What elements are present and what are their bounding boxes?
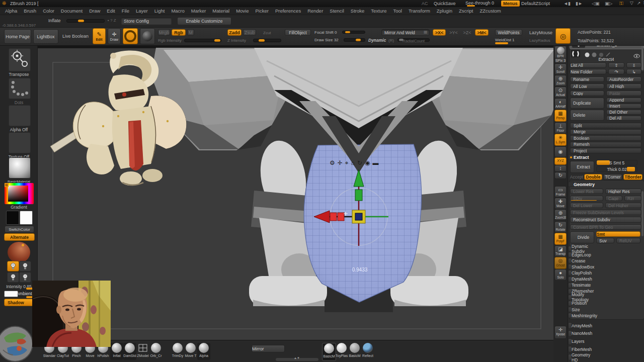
- material-basicm-2[interactable]: BasicM: [348, 343, 361, 360]
- texture-selector[interactable]: [9, 132, 31, 153]
- shelf-y-button[interactable]: ↕: [554, 165, 567, 172]
- geometry-tessimate[interactable]: Tessimate: [568, 283, 572, 288]
- brush-zmodel[interactable]: ZModel: [136, 343, 149, 360]
- divide-button[interactable]: Divide: [570, 231, 594, 243]
- panel-scrollbar-2[interactable]: [641, 191, 643, 236]
- append-button[interactable]: Append: [606, 98, 641, 103]
- collapse-left-tray-icon[interactable]: ◄▮: [564, 1, 571, 6]
- minimize-icon[interactable]: ▽: [630, 1, 633, 6]
- gizmo-x-handle[interactable]: [330, 213, 337, 221]
- rgb-button[interactable]: Rgb: [172, 29, 186, 36]
- weld-dist-slider[interactable]: [495, 42, 508, 44]
- brush-damstd[interactable]: DamStd: [123, 343, 136, 360]
- store-config-button[interactable]: Store Config: [121, 17, 172, 25]
- menu-material[interactable]: Material: [212, 8, 229, 14]
- geometry-edgeloop[interactable]: EdgeLoop: [568, 252, 572, 257]
- shelf-frame-button[interactable]: ▭Frame: [554, 186, 567, 198]
- m-button[interactable]: M: [187, 29, 194, 36]
- shelf-z-button[interactable]: ↻: [554, 172, 567, 179]
- alternate-button[interactable]: Alternate: [4, 233, 35, 241]
- material-selector[interactable]: [9, 157, 31, 178]
- menu-light[interactable]: Light: [154, 8, 165, 14]
- all-low-button[interactable]: All Low: [570, 83, 604, 89]
- mirror-button[interactable]: Mirror: [252, 345, 285, 352]
- export-icon[interactable]: ↗: [637, 1, 641, 6]
- brush-alpha[interactable]: Alpha: [197, 343, 210, 360]
- color-picker[interactable]: D: [4, 183, 34, 205]
- canvas-h-scrollbar[interactable]: ▲▼: [276, 358, 318, 361]
- section-remesh[interactable]: Remesh: [570, 142, 641, 147]
- convert-bpr-button[interactable]: Convert BPR To Geo: [570, 224, 641, 230]
- expand-right-tray-icon[interactable]: ▮►: [576, 1, 583, 6]
- fill-object-button[interactable]: FillObject: [285, 29, 311, 36]
- menu-stencil[interactable]: Stencil: [330, 8, 344, 14]
- geometry-meshintegrity[interactable]: MeshIntegrity: [568, 313, 572, 318]
- stroke-dots[interactable]: [9, 78, 31, 99]
- tcorner-button[interactable]: TCorner: [603, 174, 622, 180]
- brush-trimdy[interactable]: TrimDy: [171, 343, 184, 360]
- mirror-z-button[interactable]: >Z<: [461, 29, 473, 36]
- panel-nanomesh[interactable]: NanoMesh: [568, 330, 572, 337]
- scrollbar-arrows-icon[interactable]: ▲▼: [294, 356, 300, 359]
- shelf-xpose-button[interactable]: ✛Xpose: [554, 326, 567, 339]
- zadd-button[interactable]: Zadd: [227, 29, 242, 36]
- brush-move-t[interactable]: Move T: [184, 343, 197, 360]
- panel-scrollbar[interactable]: [641, 43, 643, 70]
- menus-button[interactable]: Menus: [501, 1, 520, 7]
- sdiv-slider[interactable]: SDiv: [570, 196, 603, 201]
- see-through-knob[interactable]: [467, 5, 475, 7]
- section-merge[interactable]: Merge: [570, 129, 641, 135]
- home-page-button[interactable]: Home Page: [4, 29, 31, 44]
- double-button[interactable]: Double: [584, 174, 602, 180]
- copy-button[interactable]: Copy: [570, 90, 604, 96]
- section-extract-header[interactable]: Extract: [568, 154, 574, 160]
- menu-tool[interactable]: Tool: [393, 8, 401, 14]
- lock-icon[interactable]: ⚿: [619, 1, 623, 7]
- zcut-button[interactable]: Zcut: [263, 31, 271, 35]
- rename-button[interactable]: Rename: [570, 76, 604, 82]
- menu-stroke[interactable]: Stroke: [351, 8, 364, 14]
- geometry-dynamesh[interactable]: DynaMesh: [568, 277, 572, 282]
- folder-move-button[interactable]: ↳: [626, 69, 641, 74]
- target-icon[interactable]: ⌖: [345, 159, 349, 166]
- shelf-l-sym-button[interactable]: ✳L.Sym: [554, 134, 567, 146]
- z-intensity-slider[interactable]: [253, 39, 281, 42]
- mirror-m-button[interactable]: >M<: [475, 29, 489, 36]
- switch-color-button[interactable]: SwitchColor: [5, 226, 34, 233]
- section-project[interactable]: Project: [570, 148, 641, 153]
- light-bulb-4-icon[interactable]: [19, 272, 31, 283]
- panel-fibermesh[interactable]: FiberMesh: [568, 346, 572, 352]
- material-basicm-0[interactable]: BasicM: [322, 343, 336, 361]
- reset-icon[interactable]: ↻: [357, 159, 362, 166]
- menu-alpha[interactable]: Alpha: [5, 8, 17, 14]
- light-bulb-3-icon[interactable]: [7, 272, 19, 283]
- draw-size-slider[interactable]: [344, 38, 365, 42]
- rgb-intensity-slider[interactable]: [184, 39, 221, 42]
- paste-button[interactable]: Paste: [606, 90, 641, 96]
- menu-macro[interactable]: Macro: [171, 8, 184, 14]
- menu-transform[interactable]: Transform: [409, 8, 430, 14]
- extract-button[interactable]: Extract: [570, 161, 594, 173]
- thick-slider[interactable]: Thick 0.02: [596, 166, 637, 172]
- shelf-spix-3-button[interactable]: SPix 3: [554, 58, 567, 63]
- geometry-claypolish[interactable]: ClayPolish: [568, 270, 572, 276]
- geometry-size[interactable]: Size: [568, 307, 572, 312]
- tborder-button[interactable]: TBorder: [623, 174, 642, 180]
- menu-brush[interactable]: Brush: [24, 8, 36, 14]
- gyro-button[interactable]: [123, 28, 138, 44]
- enable-customize-button[interactable]: Enable Customize: [177, 17, 231, 25]
- lightbox-button[interactable]: LightBox: [33, 29, 58, 44]
- subtool-paint-icons[interactable]: [583, 51, 613, 57]
- section-boolean[interactable]: Boolean: [570, 135, 641, 141]
- section-geometry-header[interactable]: Geometry: [568, 182, 574, 187]
- menu-render[interactable]: Render: [307, 8, 323, 14]
- slider-icon[interactable]: ▬: [372, 159, 378, 166]
- light-bulb-2-icon[interactable]: [19, 261, 31, 272]
- reconstruct-subdiv-button[interactable]: Reconstruct Subdiv: [570, 217, 641, 223]
- menu-document[interactable]: Document: [61, 8, 83, 14]
- menu-preferences[interactable]: Preferences: [275, 8, 301, 14]
- menu-zplugin[interactable]: Zplugin: [437, 8, 452, 14]
- shelf-aahalf-button[interactable]: ◐AAHalf: [554, 98, 567, 110]
- autoreorder-button[interactable]: AutoReorder: [606, 76, 641, 82]
- mirror-x-button[interactable]: >X<: [433, 29, 446, 36]
